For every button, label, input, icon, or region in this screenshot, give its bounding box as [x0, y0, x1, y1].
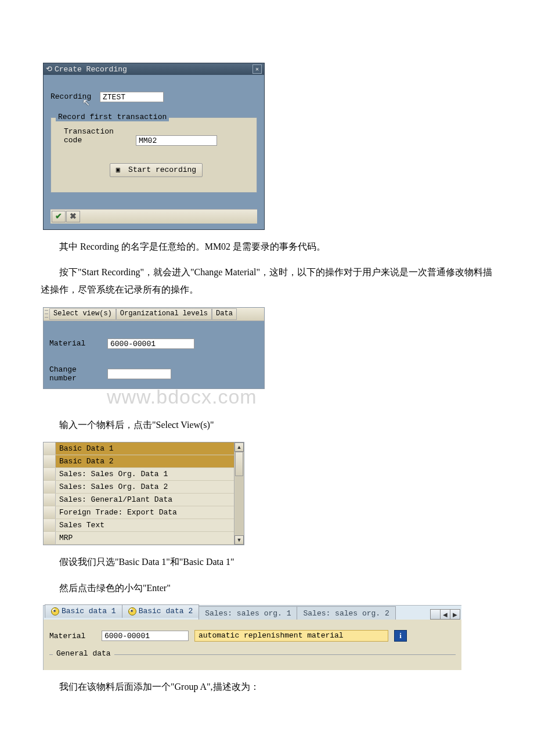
row-selector[interactable] — [44, 455, 56, 467]
tab[interactable]: Sales: sales org. 2 — [297, 606, 395, 620]
view-list: Basic Data 1Basic Data 2Sales: Sales Org… — [43, 442, 244, 545]
start-recording-button[interactable]: ▣ Start recording — [110, 163, 203, 177]
data-button[interactable]: Data — [212, 308, 237, 320]
scroll-up-icon[interactable]: ▲ — [234, 442, 244, 452]
material-description-input[interactable]: automatic replenishment material — [194, 630, 388, 642]
watermark: www.bdocx.com — [107, 386, 493, 408]
row-selector[interactable] — [44, 481, 56, 493]
list-item-label: Basic Data 1 — [56, 442, 234, 455]
recording-label: Recording — [50, 92, 100, 101]
tabstrip: ↖ Basic data 1Basic data 2Sales: sales o… — [44, 606, 461, 620]
tab-label: Basic data 1 — [62, 607, 116, 615]
general-data-group-label: General data — [53, 649, 114, 658]
scrollbar[interactable]: ▲ ▼ — [234, 442, 244, 545]
change-number-label: Change number — [49, 365, 107, 383]
close-icon[interactable]: ✕ — [252, 64, 262, 74]
tab-label: Sales: sales org. 2 — [303, 609, 389, 618]
paragraph: 假设我们只选"Basic Data 1"和"Basic Data 1" — [41, 553, 493, 571]
tab-scroll-left-button[interactable]: ◀ — [440, 609, 450, 620]
paragraph: 其中 Recording 的名字是任意给的。MM02 是需要录的事务代码。 — [41, 238, 493, 255]
list-item[interactable]: Sales Text — [44, 519, 234, 532]
row-selector[interactable] — [44, 494, 56, 506]
tab-label: Sales: sales org. 1 — [205, 609, 291, 618]
paragraph: 按下"Start Recording"，就会进入"Change Material… — [41, 264, 493, 299]
tab-active-indicator-icon — [51, 607, 59, 615]
tab-active-indicator-icon — [128, 607, 136, 615]
row-selector[interactable] — [44, 506, 56, 519]
select-views-button[interactable]: Select view(s) — [49, 308, 116, 320]
list-item[interactable]: Basic Data 2 — [44, 455, 234, 468]
paragraph: 输入一个物料后，点击"Select View(s)" — [41, 416, 493, 434]
list-item[interactable]: Foreign Trade: Export Data — [44, 506, 234, 519]
row-selector[interactable] — [44, 532, 56, 544]
tcode-label: Transaction code — [64, 127, 134, 145]
recording-input[interactable]: ZTEST — [100, 92, 164, 102]
info-icon: i — [399, 631, 402, 640]
scroll-down-icon[interactable]: ▼ — [234, 535, 244, 545]
material-label: Material — [49, 339, 107, 348]
recycle-icon: ⟲ — [46, 64, 52, 74]
material-input[interactable]: 6000-00001 — [102, 631, 189, 641]
check-icon: ✔ — [55, 211, 62, 221]
tab-label: Basic data 2 — [139, 607, 193, 615]
row-selector[interactable] — [44, 468, 56, 480]
group-title: Record first transaction — [56, 113, 169, 121]
org-levels-button[interactable]: Organizational levels — [116, 308, 212, 320]
start-recording-label: Start recording — [128, 164, 196, 176]
material-input[interactable]: 6000-00001 — [107, 339, 194, 349]
list-item[interactable]: MRP — [44, 532, 234, 545]
tab[interactable]: Basic data 1 — [45, 604, 122, 618]
dialog-footer: ✔ ✖ — [50, 209, 257, 224]
cancel-button[interactable]: ✖ — [66, 211, 80, 222]
grip-icon — [45, 309, 48, 319]
list-item-label: Sales: General/Plant Data — [56, 494, 234, 506]
list-item-label: Sales Text — [56, 519, 234, 531]
list-item-label: Sales: Sales Org. Data 1 — [56, 468, 234, 480]
dialog-title: Create Recording — [55, 65, 127, 74]
change-number-input[interactable] — [107, 369, 171, 379]
record-icon: ▣ — [116, 164, 120, 176]
tcode-input[interactable]: MM02 — [136, 135, 217, 146]
x-icon: ✖ — [70, 211, 77, 221]
tab[interactable]: Sales: sales org. 1 — [199, 606, 297, 620]
toolbar: Select view(s) Organizational levels Dat… — [44, 308, 264, 321]
paragraph: 然后点击绿色的小勾"Enter" — [41, 579, 493, 597]
list-item-label: MRP — [56, 532, 234, 544]
list-item[interactable]: Sales: Sales Org. Data 1 — [44, 468, 234, 481]
ok-button[interactable]: ✔ — [52, 211, 66, 222]
list-item-label: Basic Data 2 — [56, 455, 234, 467]
list-item[interactable]: Basic Data 1 — [44, 442, 234, 455]
list-item-label: Sales: Sales Org. Data 2 — [56, 481, 234, 493]
list-item[interactable]: Sales: General/Plant Data — [44, 494, 234, 506]
tab-scroll-right-button[interactable]: ▶ — [450, 609, 460, 620]
list-item-label: Foreign Trade: Export Data — [56, 506, 234, 519]
row-selector[interactable] — [44, 442, 56, 455]
tab[interactable]: Basic data 2 — [122, 604, 200, 618]
list-item[interactable]: Sales: Sales Org. Data 2 — [44, 481, 234, 494]
scroll-thumb[interactable] — [235, 452, 243, 476]
material-label: Material — [49, 632, 96, 640]
tab-scroll-divider — [430, 609, 441, 620]
cursor-icon: ↖ — [82, 97, 90, 108]
info-button[interactable]: i — [394, 630, 407, 642]
dialog-titlebar: ⟲ Create Recording ✕ — [44, 63, 264, 75]
row-selector[interactable] — [44, 519, 56, 531]
paragraph: 我们在该物料后面添加一个"Group A",描述改为： — [41, 678, 493, 696]
